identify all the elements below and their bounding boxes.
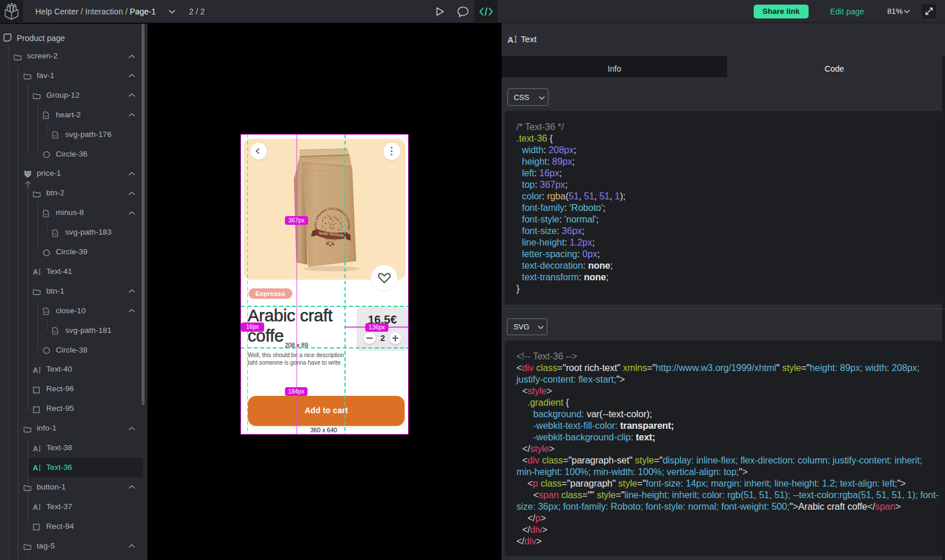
- svg-text:A: A: [33, 268, 38, 276]
- svg-text:A: A: [507, 35, 514, 44]
- svg-text:A: A: [33, 503, 38, 511]
- svg-text:A: A: [33, 464, 38, 472]
- svg-text:A: A: [33, 366, 38, 374]
- svg-text:A: A: [33, 445, 38, 453]
